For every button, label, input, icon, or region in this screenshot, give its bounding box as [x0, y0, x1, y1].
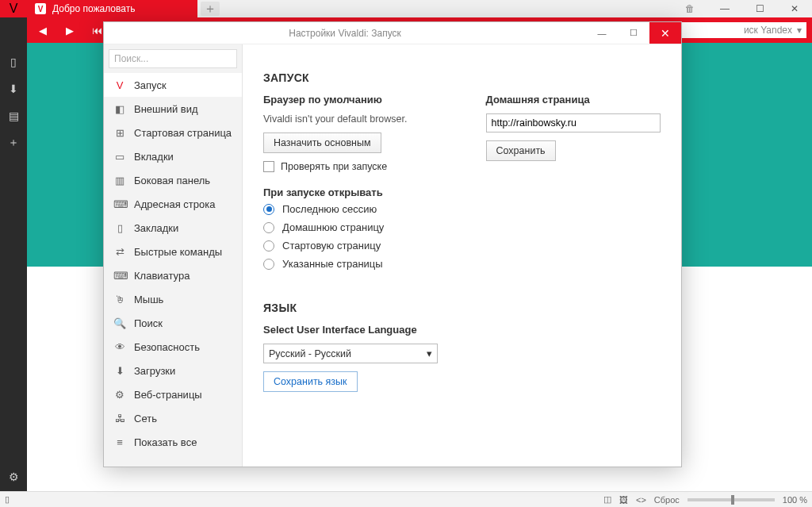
default-browser-message: Vivaldi isn't your default browser.	[263, 113, 439, 125]
sidebar-item-5[interactable]: ⌨Адресная строка	[104, 192, 242, 216]
trash-icon[interactable]: 🗑	[672, 0, 707, 17]
settings-sidebar: Поиск... VЗапуск◧Внешний вид⊞Стартовая с…	[104, 44, 243, 467]
sidebar-item-icon: 🖰	[113, 294, 126, 305]
set-default-button[interactable]: Назначить основным	[263, 133, 381, 153]
settings-minimize-button[interactable]: —	[586, 22, 618, 44]
settings-dialog: Настройки Vivaldi: Запуск — ☐ ✕ Поиск...…	[103, 21, 682, 467]
startup-radio-1[interactable]: Домашнюю страницу	[263, 221, 661, 233]
save-homepage-button[interactable]: Сохранить	[486, 140, 556, 161]
sidebar-item-label: Закладки	[134, 222, 178, 234]
sidebar-item-3[interactable]: ▭Вкладки	[104, 144, 242, 168]
browser-tab[interactable]: V Добро пожаловать	[27, 0, 197, 17]
sidebar-item-4[interactable]: ▥Боковая панель	[104, 168, 242, 192]
zoom-slider[interactable]	[688, 498, 775, 501]
sidebar-item-6[interactable]: ▯Закладки	[104, 216, 242, 240]
zoom-value: 100 %	[783, 495, 807, 505]
startup-radio-2[interactable]: Стартовую страницу	[263, 240, 661, 252]
startup-radio-group: Последнюю сессиюДомашнюю страницуСтартов…	[263, 203, 661, 270]
search-input[interactable]: иск Yandex ▾	[672, 21, 807, 39]
radio-label: Стартовую страницу	[282, 240, 381, 252]
sidebar-item-label: Запуск	[134, 79, 167, 91]
sidebar-item-label: Быстрые команды	[134, 246, 222, 258]
forward-button[interactable]: ▶	[59, 19, 81, 41]
sidebar-item-icon: ⚙	[113, 389, 126, 401]
close-button[interactable]: ✕	[777, 0, 812, 17]
sidebar-item-label: Безопасность	[134, 341, 200, 353]
sidebar-item-label: Клавиатура	[134, 270, 190, 282]
sidebar-item-icon: ⬇	[113, 365, 126, 377]
sidebar-item-label: Боковая панель	[134, 175, 210, 186]
notes-panel-icon[interactable]: ▤	[2, 105, 25, 127]
startup-radio-3[interactable]: Указанные страницы	[263, 258, 661, 270]
sidebar-item-label: Стартовая страница	[134, 127, 232, 139]
section-startup-heading: ЗАПУСК	[263, 71, 661, 84]
panel-toggle-icon[interactable]: ▯	[5, 494, 10, 505]
sidebar-item-13[interactable]: ⚙Веб-страницы	[104, 382, 242, 406]
sidebar-item-icon: 👁	[113, 341, 126, 353]
sidebar-item-icon: ◧	[113, 103, 126, 115]
check-on-start-label: Проверять при запуске	[281, 161, 387, 172]
sidebar-item-7[interactable]: ⇄Быстрые команды	[104, 240, 242, 263]
sidebar-item-icon: ⌨	[113, 270, 126, 282]
sidebar-item-0[interactable]: VЗапуск	[104, 73, 242, 97]
sidebar-item-label: Сеть	[134, 413, 157, 424]
browser-titlebar: V V Добро пожаловать ＋ 🗑 — ☐ ✕	[0, 0, 812, 17]
sidebar-item-9[interactable]: 🖰Мышь	[104, 287, 242, 311]
chevron-down-icon: ▾	[427, 348, 432, 359]
search-placeholder: иск Yandex	[744, 25, 792, 36]
radio-icon	[263, 240, 274, 252]
sidebar-item-label: Загрузки	[134, 365, 175, 377]
search-placeholder-text: Поиск...	[114, 53, 148, 64]
settings-window-title: Настройки Vivaldi: Запуск	[104, 28, 586, 39]
radio-icon	[263, 222, 274, 233]
bookmarks-panel-icon[interactable]: ▯	[2, 51, 25, 73]
check-on-start-checkbox[interactable]: Проверять при запуске	[263, 161, 439, 172]
sidebar-item-icon: ⊞	[113, 127, 126, 139]
language-select[interactable]: Русский - Русский ▾	[263, 344, 438, 363]
settings-maximize-button[interactable]: ☐	[618, 22, 649, 44]
radio-label: Домашнюю страницу	[282, 221, 384, 233]
sidebar-item-14[interactable]: 🖧Сеть	[104, 406, 242, 430]
sidebar-item-label: Показать все	[134, 436, 197, 448]
sidebar-item-10[interactable]: 🔍Поиск	[104, 311, 242, 335]
settings-titlebar: Настройки Vivaldi: Запуск — ☐ ✕	[104, 22, 681, 44]
language-value: Русский - Русский	[269, 348, 351, 359]
maximize-button[interactable]: ☐	[742, 0, 777, 17]
settings-gear-icon[interactable]: ⚙	[2, 466, 25, 488]
sidebar-item-icon: ≡	[113, 436, 126, 448]
settings-close-button[interactable]: ✕	[649, 22, 681, 44]
lang-select-label: Select User Interface Language	[263, 324, 661, 336]
default-browser-label: Браузер по умолчанию	[263, 94, 439, 106]
tab-title: Добро пожаловать	[52, 3, 135, 14]
sidebar-item-label: Вкладки	[134, 151, 174, 163]
downloads-panel-icon[interactable]: ⬇	[2, 78, 25, 100]
side-panel: ▯ ⬇ ▤ ＋ ⚙	[0, 17, 27, 491]
tile-icon[interactable]: ◫	[603, 494, 611, 505]
sidebar-item-label: Мышь	[134, 294, 163, 305]
save-language-button[interactable]: Сохранить язык	[263, 371, 358, 392]
new-tab-button[interactable]: ＋	[201, 2, 220, 16]
radio-icon	[263, 259, 274, 270]
settings-search-input[interactable]: Поиск...	[109, 49, 237, 68]
on-start-label: При запуске открывать	[263, 186, 661, 198]
code-icon[interactable]: <>	[636, 495, 646, 505]
sidebar-item-15[interactable]: ≡Показать все	[104, 430, 242, 454]
add-panel-icon[interactable]: ＋	[2, 132, 25, 154]
image-toggle-icon[interactable]: 🖼	[619, 495, 628, 505]
startup-radio-0[interactable]: Последнюю сессию	[263, 203, 661, 215]
sidebar-item-12[interactable]: ⬇Загрузки	[104, 359, 242, 382]
sidebar-item-8[interactable]: ⌨Клавиатура	[104, 263, 242, 287]
sidebar-item-label: Веб-страницы	[134, 389, 202, 401]
tab-favicon-icon: V	[35, 3, 46, 14]
back-button[interactable]: ◀	[32, 19, 54, 41]
sidebar-item-2[interactable]: ⊞Стартовая страница	[104, 121, 242, 144]
sidebar-item-11[interactable]: 👁Безопасность	[104, 335, 242, 359]
homepage-input[interactable]	[486, 113, 661, 133]
radio-label: Последнюю сессию	[282, 203, 377, 215]
sidebar-item-1[interactable]: ◧Внешний вид	[104, 97, 242, 121]
sidebar-item-icon: ⌨	[113, 198, 126, 210]
minimize-button[interactable]: —	[707, 0, 742, 17]
zoom-reset[interactable]: Сброс	[654, 495, 680, 505]
app-logo-icon: V	[10, 2, 18, 16]
homepage-label: Домашняя страница	[486, 94, 661, 106]
